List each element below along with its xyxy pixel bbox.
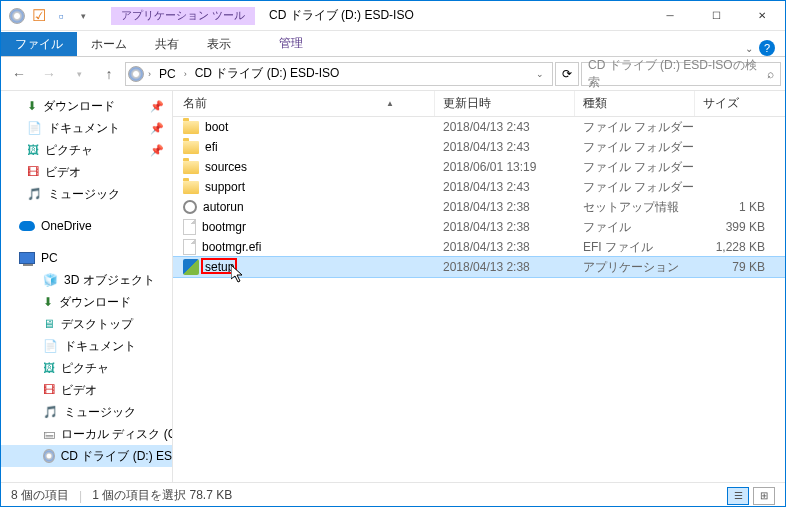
sidebar-music[interactable]: 🎵ミュージック xyxy=(1,183,172,205)
column-size[interactable]: サイズ xyxy=(695,91,775,116)
sidebar-pc[interactable]: PC xyxy=(1,247,172,269)
file-date: 2018/04/13 2:38 xyxy=(435,220,575,234)
sidebar-cd-drive[interactable]: CD ドライブ (D:) ES xyxy=(1,445,172,467)
file-row[interactable]: efi2018/04/13 2:43ファイル フォルダー xyxy=(173,137,785,157)
setup-icon xyxy=(183,259,199,275)
chevron-right-icon[interactable]: › xyxy=(184,69,187,79)
status-selection: 1 個の項目を選択 78.7 KB xyxy=(92,487,232,504)
forward-button[interactable]: → xyxy=(35,61,63,87)
file-icon xyxy=(183,239,196,255)
file-type: ファイル フォルダー xyxy=(575,179,695,196)
pin-icon: 📌 xyxy=(150,100,172,113)
sidebar-documents-2[interactable]: 📄ドキュメント xyxy=(1,335,172,357)
file-icon xyxy=(183,219,196,235)
qat-checkbox-icon[interactable]: ☑ xyxy=(31,8,47,24)
address-bar[interactable]: › PC › CD ドライブ (D:) ESD-ISO ⌄ xyxy=(125,62,553,86)
titlebar: ☑ ▫ ▾ アプリケーション ツール CD ドライブ (D:) ESD-ISO … xyxy=(1,1,785,31)
qat-dropdown-icon[interactable]: ▾ xyxy=(75,8,91,24)
onedrive-icon xyxy=(19,221,35,231)
sidebar-desktop[interactable]: 🖥デスクトップ xyxy=(1,313,172,335)
status-item-count: 8 個の項目 xyxy=(11,487,69,504)
file-type: ファイル xyxy=(575,219,695,236)
file-type: アプリケーション xyxy=(575,259,695,276)
up-button[interactable]: ↑ xyxy=(95,61,123,87)
thumbnails-view-button[interactable]: ⊞ xyxy=(753,487,775,505)
ribbon-tabs: ファイル ホーム 共有 表示 管理 ⌄ ? xyxy=(1,31,785,57)
sidebar-pictures-2[interactable]: 🖼ピクチャ xyxy=(1,357,172,379)
details-view-button[interactable]: ☰ xyxy=(727,487,749,505)
tab-file[interactable]: ファイル xyxy=(1,32,77,56)
tab-share[interactable]: 共有 xyxy=(141,32,193,56)
refresh-button[interactable]: ⟳ xyxy=(555,62,579,86)
breadcrumb-pc[interactable]: PC xyxy=(155,63,180,85)
sidebar-pictures[interactable]: 🖼ピクチャ📌 xyxy=(1,139,172,161)
column-name[interactable]: 名前▲ xyxy=(173,91,435,116)
file-type: ファイル フォルダー xyxy=(575,119,695,136)
navigation-bar: ← → ▾ ↑ › PC › CD ドライブ (D:) ESD-ISO ⌄ ⟳ … xyxy=(1,57,785,91)
tab-manage[interactable]: 管理 xyxy=(265,31,317,56)
help-icon[interactable]: ? xyxy=(759,40,775,56)
qat-properties-icon[interactable]: ▫ xyxy=(53,8,69,24)
sidebar-local-disk[interactable]: 🖴ローカル ディスク (C xyxy=(1,423,172,445)
app-icon xyxy=(9,8,25,24)
file-list-pane: 名前▲ 更新日時 種類 サイズ boot2018/04/13 2:43ファイル … xyxy=(173,91,785,482)
file-name: bootmgr xyxy=(202,220,246,234)
file-row[interactable]: bootmgr.efi2018/04/13 2:38EFI ファイル1,228 … xyxy=(173,237,785,257)
search-placeholder: CD ドライブ (D:) ESD-ISOの検索 xyxy=(588,57,767,91)
file-row[interactable]: boot2018/04/13 2:43ファイル フォルダー xyxy=(173,117,785,137)
sidebar-3d-objects[interactable]: 🧊3D オブジェクト xyxy=(1,269,172,291)
sidebar-videos-2[interactable]: 🎞ビデオ xyxy=(1,379,172,401)
tab-home[interactable]: ホーム xyxy=(77,32,141,56)
pin-icon: 📌 xyxy=(150,144,172,157)
file-row[interactable]: bootmgr2018/04/13 2:38ファイル399 KB xyxy=(173,217,785,237)
folder-icon xyxy=(183,121,199,134)
column-date[interactable]: 更新日時 xyxy=(435,91,575,116)
maximize-button[interactable]: ☐ xyxy=(693,1,739,31)
file-date: 2018/04/13 2:38 xyxy=(435,200,575,214)
file-name: setup xyxy=(205,260,234,274)
search-input[interactable]: CD ドライブ (D:) ESD-ISOの検索 ⌕ xyxy=(581,62,781,86)
pc-icon xyxy=(19,252,35,264)
gear-icon xyxy=(183,200,197,214)
file-row[interactable]: setup2018/04/13 2:38アプリケーション79 KB xyxy=(173,257,785,277)
file-size: 1,228 KB xyxy=(695,240,775,254)
sidebar-downloads-2[interactable]: ⬇ダウンロード xyxy=(1,291,172,313)
close-button[interactable]: ✕ xyxy=(739,1,785,31)
folder-icon xyxy=(183,141,199,154)
file-date: 2018/04/13 2:43 xyxy=(435,140,575,154)
column-headers: 名前▲ 更新日時 種類 サイズ xyxy=(173,91,785,117)
file-row[interactable]: support2018/04/13 2:43ファイル フォルダー xyxy=(173,177,785,197)
file-name: bootmgr.efi xyxy=(202,240,261,254)
file-date: 2018/04/13 2:43 xyxy=(435,120,575,134)
address-dropdown-icon[interactable]: ⌄ xyxy=(530,69,550,79)
file-date: 2018/06/01 13:19 xyxy=(435,160,575,174)
file-row[interactable]: sources2018/06/01 13:19ファイル フォルダー xyxy=(173,157,785,177)
breadcrumb-drive[interactable]: CD ドライブ (D:) ESD-ISO xyxy=(191,63,344,85)
folder-icon xyxy=(183,181,199,194)
file-size: 79 KB xyxy=(695,260,775,274)
back-button[interactable]: ← xyxy=(5,61,33,87)
search-icon[interactable]: ⌕ xyxy=(767,67,774,81)
file-date: 2018/04/13 2:38 xyxy=(435,260,575,274)
sidebar-onedrive[interactable]: OneDrive xyxy=(1,215,172,237)
recent-dropdown-icon[interactable]: ▾ xyxy=(65,61,93,87)
tab-view[interactable]: 表示 xyxy=(193,32,245,56)
sort-ascending-icon: ▲ xyxy=(386,99,394,108)
ribbon-expand-icon[interactable]: ⌄ xyxy=(745,43,753,54)
file-rows: boot2018/04/13 2:43ファイル フォルダーefi2018/04/… xyxy=(173,117,785,482)
sidebar-videos[interactable]: 🎞ビデオ xyxy=(1,161,172,183)
file-size: 399 KB xyxy=(695,220,775,234)
disc-icon xyxy=(43,449,55,463)
chevron-right-icon[interactable]: › xyxy=(148,69,151,79)
file-name: sources xyxy=(205,160,247,174)
pin-icon: 📌 xyxy=(150,122,172,135)
sidebar-documents[interactable]: 📄ドキュメント📌 xyxy=(1,117,172,139)
file-type: ファイル フォルダー xyxy=(575,159,695,176)
file-row[interactable]: autorun2018/04/13 2:38セットアップ情報1 KB xyxy=(173,197,785,217)
file-name: boot xyxy=(205,120,228,134)
file-size: 1 KB xyxy=(695,200,775,214)
column-type[interactable]: 種類 xyxy=(575,91,695,116)
sidebar-music-2[interactable]: 🎵ミュージック xyxy=(1,401,172,423)
minimize-button[interactable]: ─ xyxy=(647,1,693,31)
sidebar-downloads[interactable]: ⬇ダウンロード📌 xyxy=(1,95,172,117)
